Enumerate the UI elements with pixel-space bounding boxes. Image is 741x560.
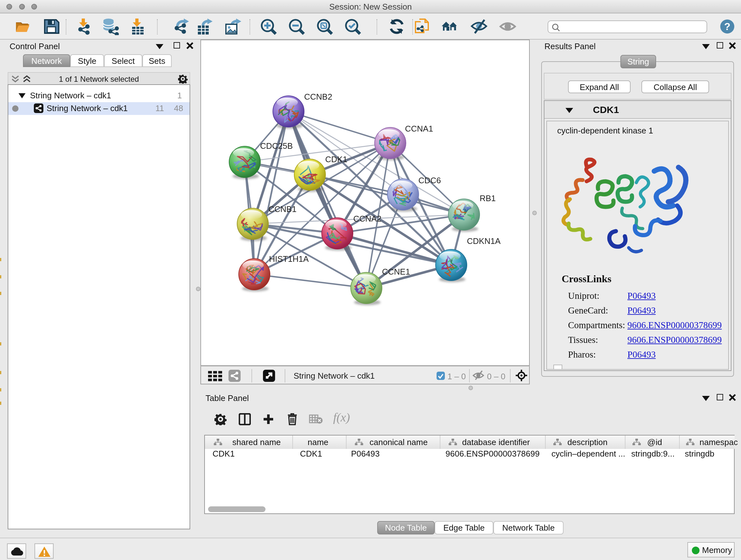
svg-text:CCNB2: CCNB2 bbox=[304, 92, 332, 102]
svg-text:CCNE1: CCNE1 bbox=[382, 267, 410, 276]
svg-text:HIST1H1A: HIST1H1A bbox=[269, 254, 309, 264]
svg-text:CDKN1A: CDKN1A bbox=[467, 236, 501, 246]
svg-text:CDK1: CDK1 bbox=[325, 154, 347, 164]
svg-text:CCNA2: CCNA2 bbox=[353, 214, 381, 224]
svg-text:CCNA1: CCNA1 bbox=[405, 124, 433, 133]
svg-text:RB1: RB1 bbox=[480, 193, 496, 203]
svg-text:CCNB1: CCNB1 bbox=[268, 204, 296, 214]
svg-text:?: ? bbox=[724, 21, 731, 32]
svg-text:CDC6: CDC6 bbox=[418, 176, 441, 185]
svg-text:CDC25B: CDC25B bbox=[260, 141, 293, 151]
